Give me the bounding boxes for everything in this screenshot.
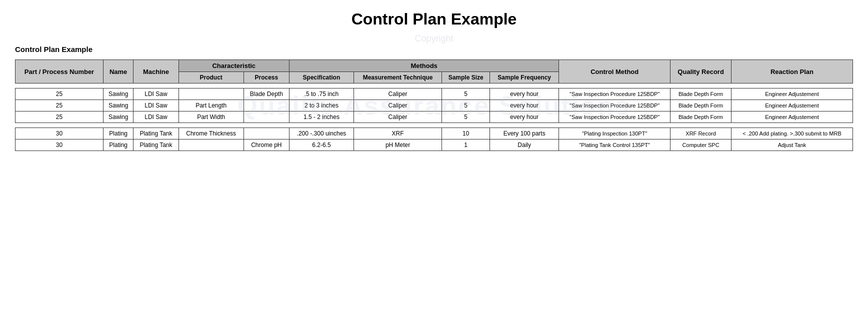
col-control-method: Control Method	[559, 60, 670, 84]
col-sample-size: Sample Size	[442, 72, 490, 84]
col-process: Process	[244, 72, 289, 84]
table-cell: "Saw Inspection Procedure 125BDP"	[559, 88, 670, 100]
table-cell	[244, 100, 289, 112]
table-cell: pH Meter	[354, 140, 442, 151]
table-cell	[178, 88, 244, 100]
table-cell: LDI Saw	[134, 100, 178, 112]
table-cell: every hour	[490, 88, 559, 100]
table-cell: Sawing	[103, 112, 133, 123]
table-cell: Part Length	[178, 100, 244, 112]
table-cell: every hour	[490, 112, 559, 123]
table-cell: Blade Depth Form	[670, 88, 732, 100]
group-header-row: Part / Process Number Name Machine Chara…	[16, 60, 853, 72]
table-cell: 25	[16, 88, 104, 100]
col-product: Product	[178, 72, 244, 84]
table-cell: Blade Depth Form	[670, 112, 732, 123]
table-cell: XRF	[354, 128, 442, 140]
table-cell: 6.2-6.5	[289, 140, 354, 151]
table-cell: Daily	[490, 140, 559, 151]
col-name: Name	[103, 60, 133, 84]
table-cell	[178, 140, 244, 151]
table-cell: Plating	[103, 140, 133, 151]
spacer-row	[16, 84, 853, 88]
table-cell: .5 to .75 inch	[289, 88, 354, 100]
table-cell: Computer SPC	[670, 140, 732, 151]
table-row: 25SawingLDI SawBlade Depth.5 to .75 inch…	[16, 88, 853, 100]
methods-header: Methods	[289, 60, 558, 72]
col-measurement-technique: Measurement Technique	[354, 72, 442, 84]
page-title: Control Plan Example	[15, 10, 853, 28]
table-cell: .200 -.300 uinches	[289, 128, 354, 140]
table-row: 25SawingLDI SawPart Length2 to 3 inchesC…	[16, 100, 853, 112]
control-plan-table: Part / Process Number Name Machine Chara…	[15, 60, 853, 151]
characteristic-header: Characteristic	[178, 60, 289, 72]
table-row: 30PlatingPlating TankChrome Thickness.20…	[16, 128, 853, 140]
col-specification: Specification	[289, 72, 354, 84]
col-sample-frequency: Sample Frequency	[490, 72, 559, 84]
table-cell: 10	[442, 128, 490, 140]
table-cell: LDI Saw	[134, 88, 178, 100]
table-row: 30PlatingPlating TankChrome pH6.2-6.5pH …	[16, 140, 853, 151]
table-cell: Engineer Adjustement	[731, 100, 852, 112]
table-cell: Adjust Tank	[731, 140, 852, 151]
table-cell: "Saw Inspection Procedure 125BDP"	[559, 112, 670, 123]
table-wrapper: Quality Assurance Solutions Part / Proce…	[15, 60, 853, 151]
table-cell: 5	[442, 100, 490, 112]
table-cell: "Saw Inspection Procedure 125BDP"	[559, 100, 670, 112]
table-body: 25SawingLDI SawBlade Depth.5 to .75 inch…	[16, 84, 853, 151]
table-cell	[244, 128, 289, 140]
col-part-process-number: Part / Process Number	[16, 60, 104, 84]
table-cell: < .200 Add plating. >.300 submit to MRB	[731, 128, 852, 140]
table-cell: Caliper	[354, 100, 442, 112]
table-cell: 5	[442, 112, 490, 123]
table-cell: Sawing	[103, 88, 133, 100]
table-cell: Engineer Adjustement	[731, 88, 852, 100]
table-cell: Caliper	[354, 88, 442, 100]
table-cell: Chrome pH	[244, 140, 289, 151]
spacer-row	[16, 123, 853, 128]
table-cell: 25	[16, 100, 104, 112]
table-cell: every hour	[490, 100, 559, 112]
table-cell: 1.5 - 2 inches	[289, 112, 354, 123]
table-cell: Chrome Thickness	[178, 128, 244, 140]
table-cell: 30	[16, 128, 104, 140]
subtitle: Control Plan Example	[15, 45, 853, 54]
table-cell: Plating Tank	[134, 128, 178, 140]
table-cell: "Plating Inspection 130PT"	[559, 128, 670, 140]
table-row: 25SawingLDI SawPart Width1.5 - 2 inchesC…	[16, 112, 853, 123]
table-cell: 1	[442, 140, 490, 151]
col-reaction-plan: Reaction Plan	[731, 60, 852, 84]
table-cell: 5	[442, 88, 490, 100]
table-cell	[244, 112, 289, 123]
table-cell: Sawing	[103, 100, 133, 112]
table-cell: Every 100 parts	[490, 128, 559, 140]
table-cell: 25	[16, 112, 104, 123]
table-cell: XRF Record	[670, 128, 732, 140]
table-cell: Caliper	[354, 112, 442, 123]
col-machine: Machine	[134, 60, 178, 84]
table-cell: Blade Depth Form	[670, 100, 732, 112]
table-cell: Engineer Adjustement	[731, 112, 852, 123]
table-cell: Plating Tank	[134, 140, 178, 151]
col-quality-record: Quality Record	[670, 60, 732, 84]
table-cell: "Plating Tank Control 135PT"	[559, 140, 670, 151]
table-cell: LDI Saw	[134, 112, 178, 123]
table-cell: Plating	[103, 128, 133, 140]
table-cell: Part Width	[178, 112, 244, 123]
table-cell: Blade Depth	[244, 88, 289, 100]
table-cell: 2 to 3 inches	[289, 100, 354, 112]
copyright-watermark: Copyright	[15, 34, 853, 44]
table-cell: 30	[16, 140, 104, 151]
